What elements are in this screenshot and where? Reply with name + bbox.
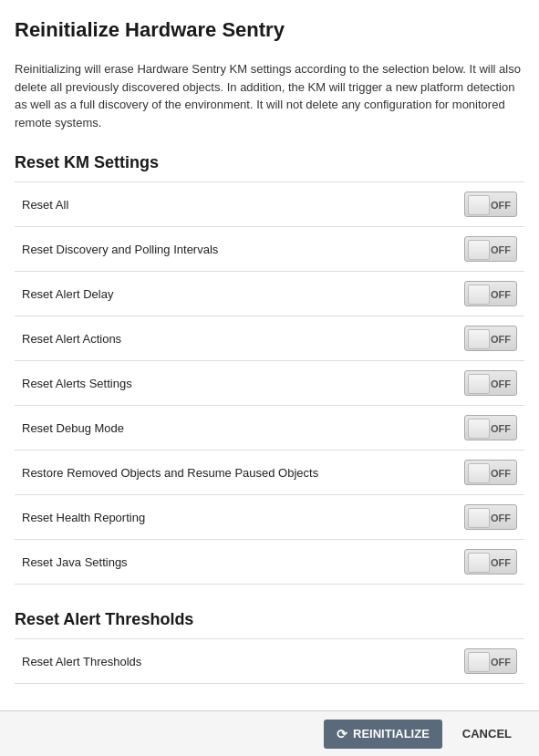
toggle-cell: OFF <box>457 450 524 495</box>
table-row: Restore Removed Objects and Resume Pause… <box>15 450 524 495</box>
row-label: Reset Alert Actions <box>15 316 457 361</box>
sections-container: Reset KM SettingsReset AllOFFReset Disco… <box>15 153 524 684</box>
toggle-cell: OFF <box>457 316 524 361</box>
toggle-cell: OFF <box>457 495 524 540</box>
toggle-cell: OFF <box>457 406 524 450</box>
row-label: Reset Alert Thresholds <box>15 639 457 684</box>
table-row: Reset Alert ThresholdsOFF <box>15 639 524 684</box>
toggle-cell: OFF <box>457 272 524 316</box>
toggle-button[interactable]: OFF <box>464 549 517 575</box>
row-label: Reset Java Settings <box>15 540 457 585</box>
row-label: Reset Debug Mode <box>15 406 457 450</box>
footer-bar: ⟳ REINITIALIZE CANCEL <box>0 710 539 756</box>
row-label: Reset Alert Delay <box>15 272 457 316</box>
reinitialize-button[interactable]: ⟳ REINITIALIZE <box>324 720 442 749</box>
row-label: Reset Alerts Settings <box>15 361 457 406</box>
table-row: Reset Health ReportingOFF <box>15 495 524 540</box>
table-row: Reset Alerts SettingsOFF <box>15 361 524 406</box>
cancel-button[interactable]: CANCEL <box>450 720 524 748</box>
table-row: Reset Discovery and Polling IntervalsOFF <box>15 227 524 272</box>
toggle-cell: OFF <box>457 361 524 406</box>
table-row: Reset AllOFF <box>15 182 524 227</box>
toggle-cell: OFF <box>457 639 524 684</box>
page-title: Reinitialize Hardware Sentry <box>15 18 524 42</box>
row-label: Restore Removed Objects and Resume Pause… <box>15 450 457 495</box>
table-row: Reset Debug ModeOFF <box>15 406 524 450</box>
toggle-button[interactable]: OFF <box>464 415 517 440</box>
toggle-button[interactable]: OFF <box>464 281 517 306</box>
toggle-button[interactable]: OFF <box>464 326 517 351</box>
reinitialize-label: REINITIALIZE <box>353 727 430 740</box>
reinitialize-icon: ⟳ <box>337 727 347 741</box>
section-title-reset-thresholds: Reset Alert Thresholds <box>15 610 524 629</box>
row-label: Reset All <box>15 182 457 227</box>
toggle-button[interactable]: OFF <box>464 370 517 396</box>
table-row: Reset Alert ActionsOFF <box>15 316 524 361</box>
section-title-reset-km: Reset KM Settings <box>15 153 524 172</box>
toggle-cell: OFF <box>457 227 524 272</box>
row-label: Reset Discovery and Polling Intervals <box>15 227 457 272</box>
row-label: Reset Health Reporting <box>15 495 457 540</box>
table-row: Reset Alert DelayOFF <box>15 272 524 316</box>
settings-table-reset-km: Reset AllOFFReset Discovery and Polling … <box>15 181 524 585</box>
toggle-button[interactable]: OFF <box>464 460 517 485</box>
toggle-button[interactable]: OFF <box>464 504 517 530</box>
description-text: Reinitializing will erase Hardware Sentr… <box>15 60 524 131</box>
toggle-cell: OFF <box>457 182 524 227</box>
settings-table-reset-thresholds: Reset Alert ThresholdsOFF <box>15 638 524 684</box>
toggle-button[interactable]: OFF <box>464 236 517 262</box>
table-row: Reset Java SettingsOFF <box>15 540 524 585</box>
toggle-cell: OFF <box>457 540 524 585</box>
toggle-button[interactable]: OFF <box>464 192 517 217</box>
toggle-button[interactable]: OFF <box>464 648 517 674</box>
